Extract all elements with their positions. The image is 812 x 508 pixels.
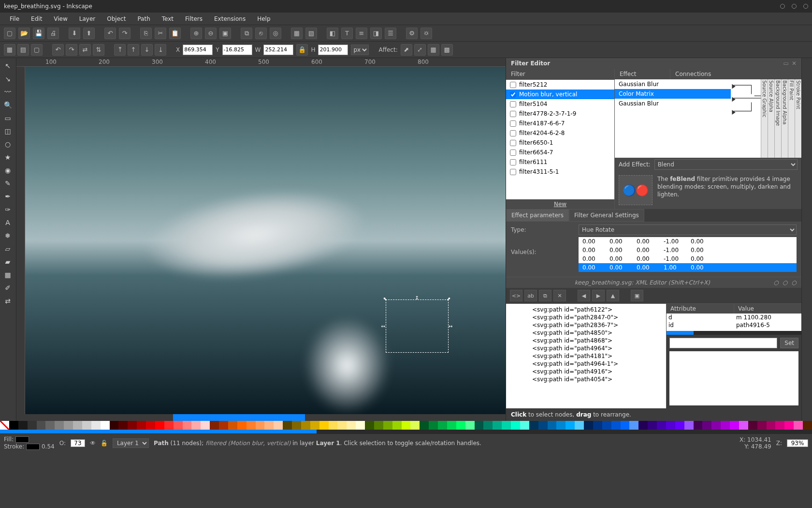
swatch[interactable]	[283, 421, 292, 430]
swatch[interactable]	[694, 421, 703, 430]
swatch[interactable]	[55, 421, 64, 430]
attr-list[interactable]: dm 1100.280idpath4916-5	[667, 314, 801, 331]
layer-select[interactable]: Layer 1	[113, 438, 149, 448]
selection-box[interactable]: ⬉ ⬈ ↕ ↔ ↔	[386, 299, 449, 353]
swatch[interactable]	[493, 421, 502, 430]
menu-help[interactable]: Help	[252, 14, 275, 24]
swatch[interactable]	[721, 421, 730, 430]
menu-path[interactable]: Path	[132, 14, 155, 24]
swatch[interactable]	[402, 421, 411, 430]
swatch[interactable]	[37, 421, 46, 430]
group-button[interactable]: ▦	[291, 28, 303, 39]
matrix-values[interactable]: 0.000.000.00-1.000.000.000.000.00-1.000.…	[579, 237, 797, 272]
xml-node[interactable]: <svg:path id="path4964-1">	[508, 360, 664, 368]
swatch[interactable]	[483, 421, 493, 430]
filter-item[interactable]: filter6111	[506, 157, 614, 167]
maximize-button[interactable]	[792, 4, 797, 9]
minimize-icon[interactable]: ▭	[783, 60, 789, 67]
swatch[interactable]	[648, 421, 657, 430]
xml-node[interactable]: <svg:path id="path6122">	[508, 306, 664, 314]
tool-rect[interactable]: ▭	[1, 112, 14, 124]
tool-selector[interactable]: ↖	[1, 60, 14, 72]
tool-spiral[interactable]: ◉	[1, 164, 14, 176]
filter-list[interactable]: filter5212Motion blur, verticalfilter510…	[506, 80, 614, 199]
indent-left-button[interactable]: ◀	[578, 290, 590, 301]
swatch[interactable]	[410, 421, 420, 430]
cut-button[interactable]: ✂	[155, 28, 166, 39]
deselect-button[interactable]: ▢	[31, 44, 43, 56]
filter-checkbox[interactable]	[510, 149, 516, 156]
handle-icon[interactable]: ⬉	[383, 296, 387, 301]
tool-connector[interactable]: ⇄	[1, 295, 14, 307]
filter-checkbox[interactable]	[510, 169, 516, 175]
text-dialog-button[interactable]: T	[341, 28, 353, 39]
swatch[interactable]	[757, 421, 767, 430]
swatch[interactable]	[775, 421, 784, 430]
swatch[interactable]	[82, 421, 91, 430]
menu-view[interactable]: View	[49, 14, 72, 24]
xml-node[interactable]: <svg:path id="path4868">	[508, 337, 664, 344]
w-input[interactable]	[263, 45, 293, 55]
swatch[interactable]	[183, 421, 192, 430]
swatch[interactable]	[256, 421, 265, 430]
swatch-none[interactable]	[0, 421, 9, 430]
paste-button[interactable]: 📋	[169, 28, 181, 39]
zoom-input[interactable]	[787, 439, 808, 447]
swatch[interactable]	[711, 421, 721, 430]
swatch[interactable]	[548, 421, 557, 430]
copy-button[interactable]: ⎘	[140, 28, 152, 39]
tool-dropper[interactable]: ✐	[1, 282, 14, 294]
swatch[interactable]	[657, 421, 666, 430]
x-input[interactable]	[183, 45, 213, 55]
save-doc-button[interactable]: 💾	[33, 28, 44, 39]
swatch[interactable]	[767, 421, 776, 430]
filter-item[interactable]: filter4311-5-1	[506, 167, 614, 177]
attr-row[interactable]: idpath4916-5	[667, 321, 801, 329]
xml-node[interactable]: <svg:path id="path4850">	[508, 329, 664, 337]
filter-item[interactable]: filter4187-6-6-7	[506, 119, 614, 128]
tool-star[interactable]: ★	[1, 151, 14, 163]
matrix-row[interactable]: 0.000.000.00-1.000.00	[579, 254, 797, 263]
close-icon[interactable]: ○	[792, 279, 797, 286]
flip-v-button[interactable]: ⇅	[93, 44, 104, 56]
zoom-page-button[interactable]: ▣	[219, 28, 231, 39]
swatch[interactable]	[319, 421, 329, 430]
swatch[interactable]	[292, 421, 301, 430]
swatch[interactable]	[347, 421, 356, 430]
swatch[interactable]	[438, 421, 447, 430]
tool-zoom[interactable]: 🔍	[1, 99, 14, 111]
filter-item[interactable]: filter5212	[506, 80, 614, 90]
select-all-button[interactable]: ▦	[4, 44, 15, 56]
effect-item[interactable]: Gaussian Blur	[615, 99, 731, 108]
set-button[interactable]: Set	[780, 338, 798, 348]
swatch[interactable]	[684, 421, 694, 430]
maximize-icon[interactable]: ○	[783, 279, 787, 286]
tab-filter-general[interactable]: Filter General Settings	[569, 209, 644, 222]
redo-button[interactable]: ↷	[119, 28, 130, 39]
h-input[interactable]	[318, 45, 348, 55]
filter-checkbox[interactable]	[510, 159, 516, 165]
swatch[interactable]	[429, 421, 438, 430]
swatch[interactable]	[465, 421, 475, 430]
swatch[interactable]	[511, 421, 520, 430]
filter-checkbox[interactable]	[510, 140, 516, 146]
menu-filters[interactable]: Filters	[180, 14, 207, 24]
swatch[interactable]	[356, 421, 365, 430]
swatch[interactable]	[28, 421, 37, 430]
tab-effect-params[interactable]: Effect parameters	[506, 209, 569, 222]
handle-icon[interactable]: ↔	[449, 324, 452, 329]
new-filter-button[interactable]: New	[506, 199, 614, 209]
swatch[interactable]	[18, 421, 28, 430]
select-orig-button[interactable]: ◎	[270, 28, 281, 39]
swatch[interactable]	[329, 421, 338, 430]
swatch[interactable]	[45, 421, 55, 430]
xml-node[interactable]: <svg:path id="path4054">	[508, 375, 664, 383]
swatch[interactable]	[739, 421, 748, 430]
swatch[interactable]	[621, 421, 630, 430]
attr-row[interactable]: dm 1100.280	[667, 314, 801, 321]
add-effect-select[interactable]: Blend	[654, 159, 798, 170]
new-elem-button[interactable]: <>	[510, 290, 522, 301]
xml-node[interactable]: <svg:path id="path2847-0">	[508, 314, 664, 321]
swatch[interactable]	[9, 421, 18, 430]
swatch[interactable]	[611, 421, 621, 430]
